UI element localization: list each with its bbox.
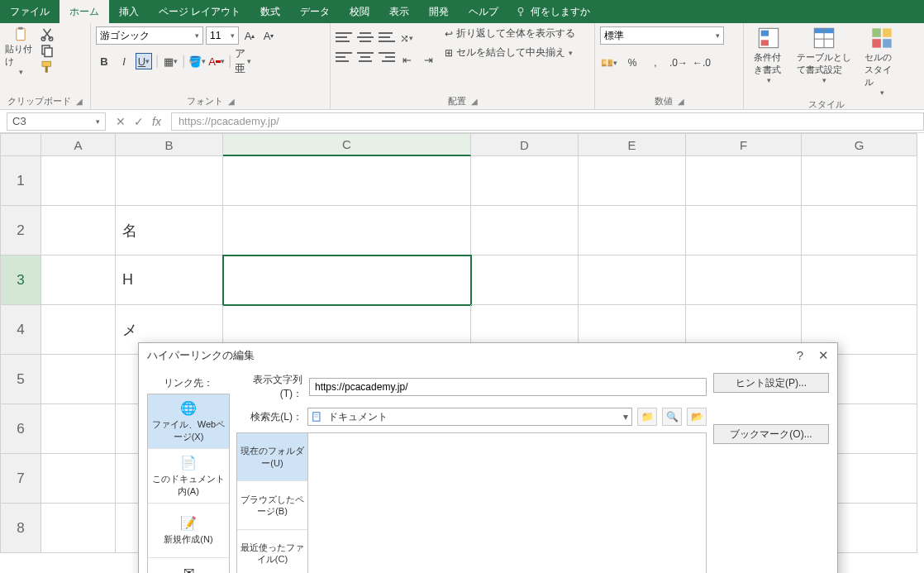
cell-styles-button[interactable]: セルのスタイル▾ xyxy=(860,26,904,97)
name-box[interactable]: C3▾ xyxy=(7,112,106,131)
col-header-f[interactable]: F xyxy=(686,133,802,156)
browse-web-button[interactable]: 🔍 xyxy=(662,408,682,426)
underline-button[interactable]: U ▾ xyxy=(136,53,152,69)
comma-button[interactable]: , xyxy=(646,55,664,71)
wrap-text-button[interactable]: ↩折り返して全体を表示する xyxy=(445,26,575,41)
col-header-b[interactable]: B xyxy=(116,133,223,156)
border-button[interactable]: ▦▾ xyxy=(162,53,179,69)
align-bottom-button[interactable] xyxy=(379,30,395,45)
cell[interactable] xyxy=(471,255,579,305)
cell[interactable] xyxy=(116,156,223,206)
increase-font-button[interactable]: A▴ xyxy=(241,27,258,44)
browse-tab-current-folder[interactable]: 現在のフォルダー(U) xyxy=(237,433,308,481)
row-header-8[interactable]: 8 xyxy=(0,504,41,553)
row-header-6[interactable]: 6 xyxy=(0,404,41,454)
cell[interactable] xyxy=(686,206,802,255)
formula-input[interactable]: https://pcacademy.jp/ xyxy=(171,112,924,131)
phonetic-button[interactable]: ア亜▾ xyxy=(235,53,251,69)
fill-color-button[interactable]: 🪣▾ xyxy=(188,53,205,69)
linkto-email[interactable]: ✉電子メール アドレス(M) xyxy=(148,558,229,573)
help-icon[interactable]: ? xyxy=(797,348,803,363)
display-text-input[interactable] xyxy=(309,378,707,396)
cell[interactable]: H xyxy=(116,255,223,305)
col-header-d[interactable]: D xyxy=(471,133,579,156)
look-in-combo[interactable]: ドキュメント ▾ xyxy=(307,408,632,426)
browse-tab-browsed-pages[interactable]: ブラウズしたページ(B) xyxy=(237,481,308,529)
accounting-format-button[interactable]: 💴▾ xyxy=(600,55,618,71)
cell[interactable] xyxy=(802,255,917,305)
decrease-font-button[interactable]: A▾ xyxy=(260,27,277,44)
browse-file-button[interactable]: 📂 xyxy=(687,408,707,426)
up-folder-button[interactable]: 📁 xyxy=(637,408,657,426)
number-launcher-icon[interactable]: ◢ xyxy=(678,97,684,106)
increase-indent-button[interactable]: ⇥ xyxy=(420,51,436,68)
menu-review[interactable]: 校閲 xyxy=(340,0,379,23)
col-header-g[interactable]: G xyxy=(802,133,917,156)
cell[interactable] xyxy=(223,206,471,255)
row-header-1[interactable]: 1 xyxy=(0,156,41,206)
browse-tab-recent-files[interactable]: 最近使ったファイル(C) xyxy=(237,530,308,573)
enter-formula-icon[interactable]: ✓ xyxy=(134,115,144,128)
format-as-table-button[interactable]: テーブルとして書式設定▾ xyxy=(792,26,856,84)
align-top-button[interactable] xyxy=(336,30,352,45)
menu-formulas[interactable]: 数式 xyxy=(250,0,290,23)
font-color-button[interactable]: A▾ xyxy=(208,53,225,69)
menu-view[interactable]: 表示 xyxy=(379,0,419,23)
row-header-7[interactable]: 7 xyxy=(0,454,41,504)
align-right-button[interactable] xyxy=(379,50,395,64)
active-cell[interactable] xyxy=(223,255,471,305)
cell[interactable] xyxy=(41,156,116,206)
clipboard-launcher-icon[interactable]: ◢ xyxy=(76,97,83,106)
percent-button[interactable]: % xyxy=(623,55,641,71)
cell[interactable] xyxy=(686,156,802,206)
row-header-5[interactable]: 5 xyxy=(0,355,41,404)
close-icon[interactable]: ✕ xyxy=(818,348,829,363)
cell[interactable] xyxy=(41,454,116,504)
number-format-select[interactable]: 標準▾ xyxy=(600,26,724,45)
cancel-formula-icon[interactable]: ✕ xyxy=(116,115,126,128)
browse-file-list[interactable] xyxy=(308,433,706,573)
merge-center-button[interactable]: ⊞セルを結合して中央揃え▾ xyxy=(445,45,575,60)
cell[interactable] xyxy=(471,206,579,255)
cell[interactable] xyxy=(41,255,116,305)
cell[interactable] xyxy=(802,156,917,206)
row-header-2[interactable]: 2 xyxy=(0,206,41,255)
select-all-corner[interactable] xyxy=(0,133,41,156)
menu-developer[interactable]: 開発 xyxy=(419,0,459,23)
menu-home[interactable]: ホーム xyxy=(60,0,109,23)
format-painter-icon[interactable] xyxy=(40,60,55,74)
cell[interactable] xyxy=(41,404,116,454)
cut-icon[interactable] xyxy=(40,26,55,41)
cell[interactable] xyxy=(41,206,116,255)
col-header-a[interactable]: A xyxy=(41,133,116,156)
align-center-button[interactable] xyxy=(357,50,374,64)
menu-help[interactable]: ヘルプ xyxy=(459,0,508,23)
linkto-file-web[interactable]: 🌐ファイル、Webページ(X) xyxy=(148,394,229,449)
cell[interactable] xyxy=(471,156,579,206)
paste-button[interactable]: 貼り付け ▾ xyxy=(5,26,36,76)
conditional-format-button[interactable]: 条件付き書式▾ xyxy=(749,26,788,84)
cell[interactable] xyxy=(41,305,116,355)
bold-button[interactable]: B xyxy=(96,53,112,69)
bookmark-button[interactable]: ブックマーク(O)... xyxy=(713,424,829,444)
linkto-this-document[interactable]: 📄このドキュメント内(A) xyxy=(148,449,229,504)
alignment-launcher-icon[interactable]: ◢ xyxy=(471,97,478,106)
insert-function-icon[interactable]: fx xyxy=(152,115,161,128)
menu-file[interactable]: ファイル xyxy=(0,0,60,23)
cell[interactable] xyxy=(579,156,686,206)
menu-pagelayout[interactable]: ページ レイアウト xyxy=(149,0,250,23)
linkto-new-document[interactable]: 📝新規作成(N) xyxy=(148,504,229,558)
orientation-button[interactable]: ⤭▾ xyxy=(398,30,415,46)
decrease-decimal-button[interactable]: ←.0 xyxy=(693,55,711,71)
col-header-e[interactable]: E xyxy=(579,133,686,156)
cell[interactable] xyxy=(41,355,116,404)
decrease-indent-button[interactable]: ⇤ xyxy=(398,51,415,68)
copy-icon[interactable] xyxy=(40,43,55,58)
cell[interactable] xyxy=(579,255,686,305)
cell[interactable] xyxy=(41,504,116,553)
cell[interactable] xyxy=(686,255,802,305)
font-launcher-icon[interactable]: ◢ xyxy=(228,97,235,106)
cell[interactable] xyxy=(579,206,686,255)
col-header-c[interactable]: C xyxy=(223,133,471,156)
menu-insert[interactable]: 挿入 xyxy=(109,0,149,23)
